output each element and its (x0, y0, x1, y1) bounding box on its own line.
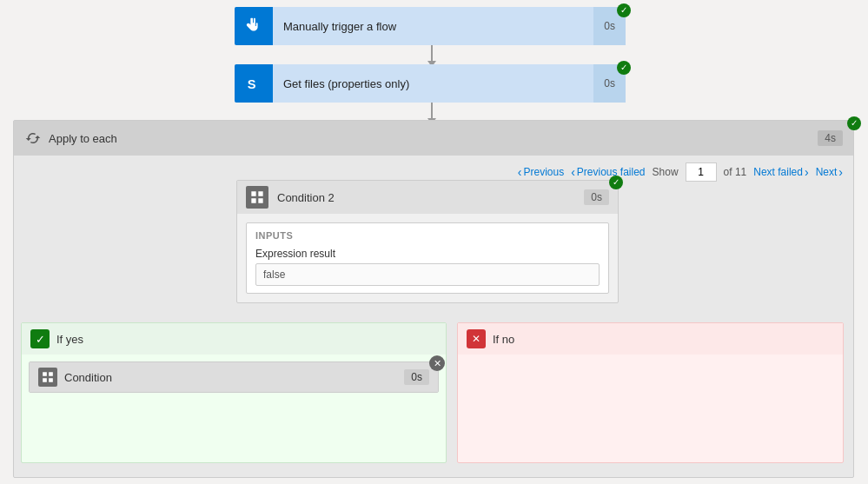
if-yes-icon (30, 329, 50, 348)
if-yes-header: If yes (22, 323, 446, 355)
inner-condition-card: ✕ Condition 0s (29, 361, 439, 393)
arrow-line-2 (431, 103, 433, 118)
show-input[interactable] (686, 162, 717, 182)
apply-each-header[interactable]: Apply to each 4s (14, 121, 853, 156)
inner-cond-svg (42, 371, 54, 383)
if-no-icon (467, 329, 486, 348)
flow-canvas: Manually trigger a flow 0s S Get files (… (0, 0, 868, 484)
get-files-step[interactable]: S Get files (properties only) 0s (235, 64, 626, 103)
chevron-right-next-failed-icon (805, 165, 809, 179)
arrow-line-1 (431, 45, 433, 61)
condition2-duration: 0s (584, 189, 609, 205)
previous-failed-button[interactable]: Previous failed (571, 165, 645, 179)
apply-each-label: Apply to each (49, 132, 117, 145)
condition2-card: Condition 2 0s INPUTS Expression result … (236, 180, 619, 303)
expr-value: false (255, 263, 600, 286)
of-label: of 11 (724, 166, 747, 178)
next-label[interactable]: Next (816, 166, 838, 178)
condition2-header[interactable]: Condition 2 0s (237, 181, 618, 214)
show-label: Show (653, 166, 679, 178)
condition-svg (250, 190, 264, 204)
manual-trigger-step[interactable]: Manually trigger a flow 0s (235, 7, 626, 45)
if-no-label: If no (493, 333, 514, 346)
inputs-section: INPUTS Expression result false (246, 222, 609, 294)
chevron-left-prev-failed-icon (571, 165, 575, 179)
get-files-label: Get files (properties only) (273, 77, 593, 90)
if-no-header: If no (458, 323, 843, 355)
inner-condition-duration: 0s (404, 369, 429, 385)
next-failed-label[interactable]: Next failed (753, 166, 803, 178)
if-yes-branch: If yes ✕ Condition 0s (21, 322, 447, 463)
loop-svg (25, 130, 41, 146)
manual-trigger-success (617, 3, 631, 17)
apply-each-duration: 4s (818, 130, 843, 146)
next-button[interactable]: Next (816, 165, 843, 179)
get-files-success (617, 61, 631, 75)
trigger-svg (244, 17, 263, 36)
next-failed-button[interactable]: Next failed (753, 165, 808, 179)
inner-condition-header[interactable]: Condition 0s (30, 362, 438, 392)
inner-condition-close[interactable]: ✕ (429, 355, 445, 371)
chevron-left-icon (518, 165, 522, 179)
condition2-success (609, 176, 623, 189)
inner-condition-icon (38, 368, 57, 387)
condition2-icon (246, 186, 268, 209)
get-files-icon: S (235, 64, 273, 103)
apply-each-container: Apply to each 4s Previous Previous faile… (13, 120, 854, 478)
manual-trigger-label: Manually trigger a flow (273, 20, 593, 33)
manual-trigger-icon (235, 7, 273, 45)
svg-text:S: S (248, 77, 256, 91)
chevron-right-next-icon (838, 165, 843, 179)
condition2-label: Condition 2 (277, 191, 584, 204)
sharepoint-svg: S (244, 74, 263, 93)
apply-each-icon (24, 129, 42, 147)
expr-label: Expression result (255, 248, 600, 260)
previous-button[interactable]: Previous (518, 165, 564, 179)
condition2-body: INPUTS Expression result false (237, 214, 618, 302)
apply-each-success (847, 116, 861, 130)
if-no-branch: If no (457, 322, 844, 463)
inputs-title: INPUTS (255, 230, 600, 241)
inner-condition-label: Condition (64, 371, 112, 384)
pagination-bar: Previous Previous failed Show of 11 Next… (518, 162, 843, 182)
if-yes-label: If yes (56, 333, 83, 346)
previous-label[interactable]: Previous (523, 166, 564, 178)
